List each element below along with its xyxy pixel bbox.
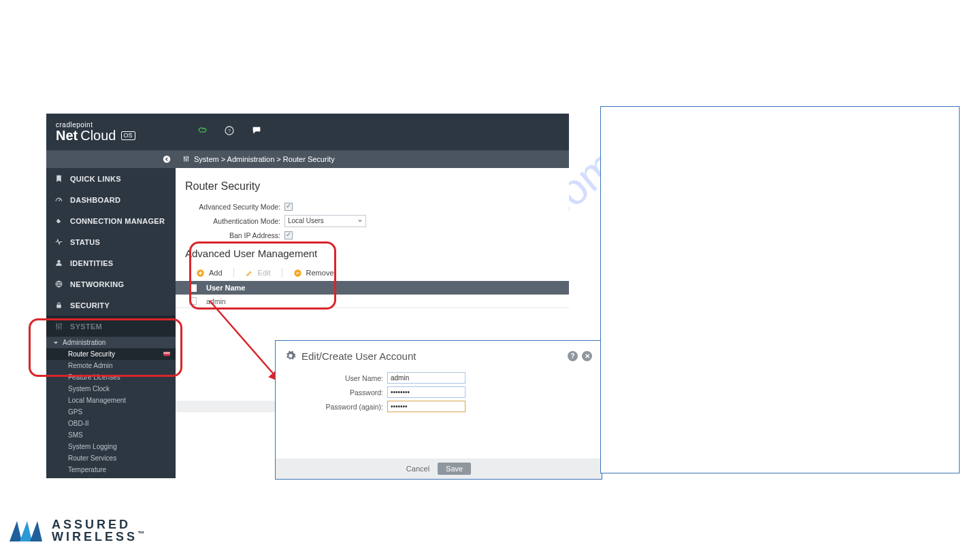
select-auth-mode[interactable]: Local Users	[284, 215, 366, 227]
app-header: cradlepoint NetCloud OS ?	[46, 114, 569, 150]
caret-down-icon	[53, 340, 59, 346]
label-auth-mode: Authentication Mode:	[176, 217, 284, 225]
label-ban-ip: Ban IP Address:	[176, 231, 284, 239]
nav-networking[interactable]: NETWORKING	[46, 273, 176, 295]
brand-net: Net	[56, 129, 78, 142]
globe-icon	[54, 280, 63, 288]
svg-point-4	[184, 157, 185, 158]
empty-panel	[600, 106, 960, 473]
column-username: User Name	[206, 284, 245, 292]
nav-label: CONNECTION MANAGER	[70, 217, 165, 225]
nav-security[interactable]: SECURITY	[46, 295, 176, 316]
nav-dashboard[interactable]: DASHBOARD	[46, 189, 176, 210]
input-password-again[interactable]	[387, 401, 466, 412]
sub-remote-admin[interactable]: Remote Admin	[46, 360, 176, 371]
user-icon	[54, 258, 63, 267]
row-checkbox[interactable]	[189, 297, 197, 305]
nav-status[interactable]: STATUS	[46, 231, 176, 252]
logo-line2: WIRELESS	[52, 530, 137, 544]
svg-point-6	[187, 156, 189, 158]
svg-point-5	[186, 158, 187, 160]
breadcrumb-text: System > Administration > Router Securit…	[194, 155, 335, 163]
dialog-help-button[interactable]: ?	[568, 351, 578, 361]
sub-item-label: SMS	[68, 431, 83, 439]
help-icon[interactable]: ?	[224, 125, 235, 139]
sidebar-nav: QUICK LINKS DASHBOARD CONNECTION MANAGER…	[46, 168, 176, 478]
brand-cloud: Cloud	[80, 129, 116, 142]
sub-obd-ii[interactable]: OBD-II	[46, 418, 176, 429]
remove-label: Remove	[306, 269, 334, 277]
sidebar-collapse-button[interactable]	[46, 150, 176, 168]
add-label: Add	[209, 269, 223, 277]
sub-item-label: Router Security	[68, 350, 115, 358]
select-auth-mode-value: Local Users	[288, 217, 324, 224]
svg-point-12	[61, 324, 62, 325]
assured-wireless-mark-icon	[8, 517, 46, 544]
nav-quick-links[interactable]: QUICK LINKS	[46, 168, 176, 189]
checkbox-ban-ip[interactable]	[284, 231, 293, 239]
plug-icon	[54, 216, 63, 225]
breadcrumb-bar: System > Administration > Router Securit…	[46, 150, 569, 168]
sub-temperature[interactable]: Temperature	[46, 464, 176, 475]
nav-system[interactable]: SYSTEM	[46, 316, 176, 337]
table-header: User Name	[176, 281, 569, 295]
sub-feature-licenses[interactable]: Feature Licenses	[46, 371, 176, 383]
label-password: Password:	[285, 388, 387, 397]
label-password-again: Password (again):	[285, 403, 387, 411]
gauge-icon	[54, 195, 63, 204]
header-checkbox[interactable]	[189, 284, 197, 292]
add-button[interactable]: Add	[189, 269, 229, 278]
sub-router-services[interactable]: Router Services	[46, 452, 176, 464]
toolbar-separator	[233, 268, 234, 278]
sub-system-logging[interactable]: System Logging	[46, 441, 176, 452]
nav-identities[interactable]: IDENTITIES	[46, 252, 176, 273]
sub-item-label: OBD-II	[68, 420, 89, 427]
cancel-button[interactable]: Cancel	[406, 465, 429, 473]
svg-rect-15	[163, 353, 170, 354]
sub-sms[interactable]: SMS	[46, 429, 176, 441]
logo-line1: ASSURED	[52, 518, 131, 531]
label-adv-sec-mode: Advanced Security Mode:	[176, 203, 284, 211]
subgroup-label: Administration	[63, 339, 105, 346]
plus-circle-icon	[196, 269, 205, 278]
table-row[interactable]: admin	[176, 295, 569, 308]
cell-username: admin	[206, 297, 226, 305]
label-username: User Name:	[285, 374, 387, 382]
bookmark-icon	[54, 174, 63, 183]
sub-router-security[interactable]: Router Security	[46, 348, 176, 360]
gear-icon	[285, 350, 296, 361]
sub-gps[interactable]: GPS	[46, 406, 176, 418]
input-password[interactable]	[387, 386, 466, 398]
svg-text:?: ?	[227, 128, 231, 134]
input-username[interactable]	[387, 372, 466, 384]
remove-button[interactable]: Remove	[287, 269, 341, 278]
dialog-footer: Cancel Save	[276, 458, 602, 479]
nav-label: STATUS	[70, 238, 100, 246]
sliders-icon	[182, 155, 190, 164]
svg-rect-14	[163, 352, 170, 352]
sub-item-label: Remote Admin	[68, 362, 113, 369]
sub-system-clock[interactable]: System Clock	[46, 383, 176, 395]
save-button[interactable]: Save	[438, 463, 471, 475]
brand-logo: cradlepoint NetCloud OS	[56, 122, 135, 142]
nav-label: DASHBOARD	[70, 196, 120, 204]
nav-connection-manager[interactable]: CONNECTION MANAGER	[46, 210, 176, 231]
user-toolbar: Add Edit Remove	[176, 265, 569, 281]
sub-local-management[interactable]: Local Management	[46, 395, 176, 406]
toolbar-separator	[282, 268, 282, 278]
sub-item-label: GPS	[68, 408, 82, 416]
checkbox-adv-sec-mode[interactable]	[284, 203, 293, 211]
subgroup-administration[interactable]: Administration	[46, 337, 176, 348]
svg-point-3	[163, 156, 171, 163]
pencil-icon	[245, 269, 254, 278]
brand-os-badge: OS	[121, 131, 135, 140]
flag-icon	[163, 352, 170, 357]
sliders-icon	[54, 322, 63, 331]
cloud-sync-icon[interactable]	[197, 125, 208, 139]
nav-label: QUICK LINKS	[70, 175, 121, 183]
edit-label: Edit	[258, 269, 271, 277]
edit-button[interactable]: Edit	[238, 269, 278, 278]
dialog-close-button[interactable]: ✕	[582, 351, 592, 361]
nav-label: SECURITY	[70, 301, 110, 310]
chat-icon[interactable]	[251, 125, 262, 139]
